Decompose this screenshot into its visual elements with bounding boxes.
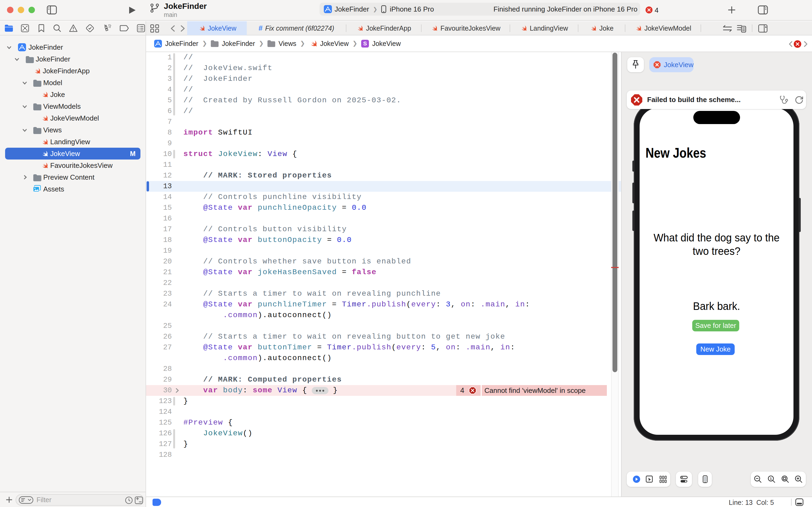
svg-text:1: 1	[770, 477, 772, 481]
